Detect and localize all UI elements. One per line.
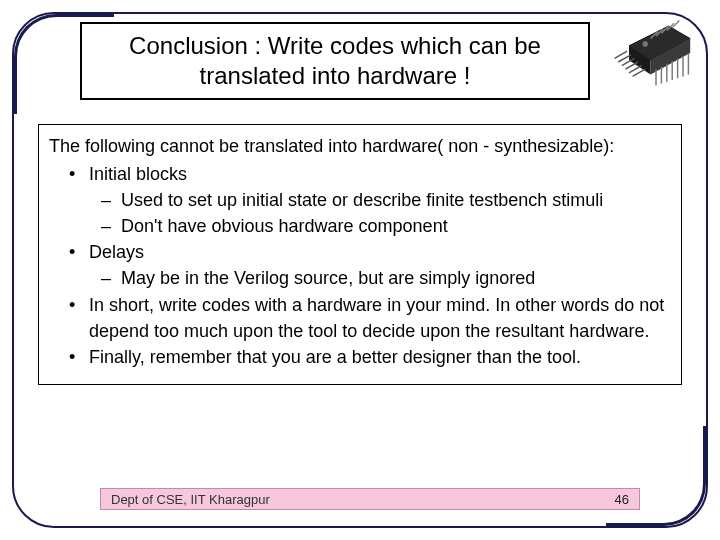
page-number: 46: [615, 492, 629, 507]
corner-accent-br: [606, 426, 706, 526]
chip-illustration: [592, 8, 702, 98]
slide-title: Conclusion : Write codes which can be tr…: [100, 31, 570, 91]
sub-bullet-text: Don't have obvious hardware component: [121, 216, 448, 236]
bullet-text: Delays: [89, 242, 144, 262]
sub-bullet-text: Used to set up initial state or describe…: [121, 190, 603, 210]
bullet-item: Initial blocks: [49, 161, 671, 187]
sub-bullet-item: Don't have obvious hardware component: [49, 213, 671, 239]
slide: Conclusion : Write codes which can be tr…: [0, 0, 720, 540]
title-box: Conclusion : Write codes which can be tr…: [80, 22, 590, 100]
content-lead: The following cannot be translated into …: [49, 133, 671, 159]
sub-bullet-item: May be in the Verilog source, but are si…: [49, 265, 671, 291]
content-box: The following cannot be translated into …: [38, 124, 682, 385]
bullet-text: Finally, remember that you are a better …: [89, 347, 581, 367]
footer-bar: Dept of CSE, IIT Kharagpur 46: [100, 488, 640, 510]
svg-point-3: [643, 41, 648, 46]
sub-bullet-text: May be in the Verilog source, but are si…: [121, 268, 535, 288]
microchip-icon: [592, 8, 702, 98]
bullet-text: In short, write codes with a hardware in…: [89, 295, 664, 341]
bullet-item: Delays: [49, 239, 671, 265]
bullet-item: In short, write codes with a hardware in…: [49, 292, 671, 344]
sub-bullet-item: Used to set up initial state or describe…: [49, 187, 671, 213]
bullet-text: Initial blocks: [89, 164, 187, 184]
footer-dept: Dept of CSE, IIT Kharagpur: [111, 492, 270, 507]
bullet-item: Finally, remember that you are a better …: [49, 344, 671, 370]
